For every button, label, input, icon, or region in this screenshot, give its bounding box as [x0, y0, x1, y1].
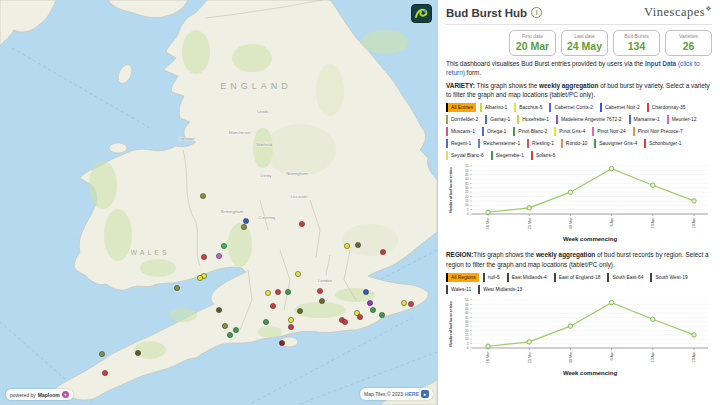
region-filter-wales-11[interactable]: Wales-11: [446, 285, 474, 294]
stat-label: Varieties: [666, 33, 711, 39]
variety-filter-regent-1[interactable]: Regent-1: [446, 139, 474, 148]
svg-text:16 Mar: 16 Mar: [486, 217, 490, 230]
variety-filter-cabernet-cortis-2[interactable]: Cabernet Cortis-2: [549, 103, 596, 112]
variety-filter-reichensteiner-1[interactable]: Reichensteiner-1: [478, 139, 523, 148]
svg-text:15: 15: [465, 199, 469, 203]
svg-text:55: 55: [465, 164, 469, 168]
variety-filter-siegerrebe-1[interactable]: Siegerrebe-1: [491, 151, 527, 160]
variety-filter-huxelrebe-1[interactable]: Huxelrebe-1: [517, 115, 552, 124]
map-attribution-maploom[interactable]: powered by Maploom ♥: [6, 389, 73, 400]
map-marker[interactable]: [275, 289, 280, 294]
map-marker[interactable]: [370, 307, 375, 312]
variety-filter-madeleine-angevine-7672-2[interactable]: Madeleine Angevine 7672-2: [556, 115, 625, 124]
map-marker[interactable]: [401, 300, 406, 305]
map-marker[interactable]: [99, 351, 104, 356]
region-filter-south-east-64[interactable]: South East-64: [607, 273, 646, 282]
map-marker[interactable]: [102, 370, 107, 375]
map-marker[interactable]: [201, 254, 206, 259]
variety-chart-svg[interactable]: 051015202530354045505516 Mar23 Mar30 Mar…: [446, 162, 715, 244]
map-marker[interactable]: [270, 303, 275, 308]
vinescapes-logo-icon: ❖: [705, 5, 712, 13]
map-marker[interactable]: [299, 221, 304, 226]
svg-text:25: 25: [465, 324, 469, 328]
region-filter-east-of-england-18[interactable]: East of England-18: [554, 273, 604, 282]
map-info-button[interactable]: ▸: [421, 390, 429, 398]
svg-text:5: 5: [467, 208, 469, 212]
variety-filter-marsanne-1[interactable]: Marsanne-1: [629, 115, 663, 124]
variety-filter-all-entries[interactable]: All Entries: [446, 103, 476, 112]
variety-filter-solaris-6[interactable]: Solaris-6: [531, 151, 558, 160]
variety-filter-pinot-noir-pr-coce-7[interactable]: Pinot Noir Précoce-7: [633, 127, 686, 136]
variety-filter-sauvignier-gris-4[interactable]: Sauvignier Gris-4: [594, 139, 640, 148]
map-marker[interactable]: [265, 290, 270, 295]
maploom-brand[interactable]: Maploom: [38, 392, 60, 398]
variety-filter-dornfelder-2[interactable]: Dornfelder-2: [446, 115, 481, 124]
variety-filter-pinot-blanc-2[interactable]: Pinot Blanc-2: [513, 127, 550, 136]
map-marker[interactable]: [174, 285, 179, 290]
map-marker[interactable]: [367, 300, 372, 305]
variety-filter-seyval-blanc-6[interactable]: Seyval Blanc-6: [446, 151, 487, 160]
map-marker[interactable]: [216, 307, 221, 312]
variety-filter-ortega-1[interactable]: Ortega-1: [482, 127, 509, 136]
map-panel[interactable]: ENGLANDWALES LeedsManchesterLiverpoolShe…: [0, 0, 437, 405]
here-link[interactable]: HERE: [405, 391, 419, 397]
map-marker[interactable]: [135, 350, 140, 355]
region-filter-south-west-19[interactable]: South West-19: [650, 273, 690, 282]
map-logo-icon[interactable]: [411, 4, 432, 23]
variety-chart: 051015202530354045505516 Mar23 Mar30 Mar…: [446, 162, 712, 244]
variety-filter-gamay-1[interactable]: Gamay-1: [485, 115, 513, 124]
maploom-heart-icon: ♥: [62, 391, 69, 398]
map-marker[interactable]: [379, 312, 384, 317]
map-marker[interactable]: [263, 319, 268, 324]
variety-filter-schonburger-1[interactable]: Schonburger-1: [644, 139, 684, 148]
map-marker[interactable]: [216, 253, 221, 258]
map-marker[interactable]: [233, 327, 238, 332]
map-marker[interactable]: [319, 298, 324, 303]
map-marker[interactable]: [344, 243, 349, 248]
stat-label: Last date: [562, 33, 607, 39]
region-filter-west-midlands-13[interactable]: West Midlands-13: [478, 285, 525, 294]
map-marker[interactable]: [227, 332, 232, 337]
map-marker[interactable]: [355, 242, 360, 247]
variety-filter-chardonnay-35[interactable]: Chardonnay-35: [647, 103, 689, 112]
map-marker[interactable]: [200, 193, 205, 198]
region-filter-null-5[interactable]: null-5: [483, 273, 503, 282]
map-marker[interactable]: [285, 289, 290, 294]
variety-filter-muscaris-1[interactable]: Muscaris-1: [446, 127, 478, 136]
map-marker[interactable]: [342, 319, 347, 324]
map-marker[interactable]: [221, 243, 226, 248]
map-marker[interactable]: [288, 324, 293, 329]
map-marker[interactable]: [380, 249, 385, 254]
map-marker[interactable]: [357, 314, 362, 319]
variety-filter-rondo-10[interactable]: Rondo-10: [561, 139, 590, 148]
city-label-derby: Derby: [260, 173, 272, 178]
svg-text:Number of bud burst entries: Number of bud burst entries: [449, 167, 453, 213]
variety-filter-cabernet-noir-2[interactable]: Cabernet Noir-2: [600, 103, 643, 112]
map-marker[interactable]: [197, 275, 202, 280]
input-data-link[interactable]: Input Data: [645, 60, 676, 67]
variety-filter-albarino-1[interactable]: Albarino-1: [480, 103, 510, 112]
region-chart-svg[interactable]: 051015202530354045505516 Mar23 Mar30 Mar…: [446, 296, 715, 378]
map-marker[interactable]: [243, 218, 248, 223]
variety-filter-meunier-12[interactable]: Meunier-12: [667, 115, 700, 124]
svg-text:10: 10: [465, 204, 469, 208]
region-filter-all-regions[interactable]: All Regions: [446, 273, 479, 282]
map-marker[interactable]: [241, 224, 246, 229]
variety-filter-riesling-1[interactable]: Riesling-1: [527, 139, 557, 148]
map-marker[interactable]: [297, 308, 302, 313]
svg-text:Number of bud burst entries: Number of bud burst entries: [449, 301, 453, 347]
map-marker[interactable]: [408, 301, 413, 306]
map-marker[interactable]: [317, 288, 322, 293]
map-marker[interactable]: [288, 317, 293, 322]
variety-filter-bacchus-5[interactable]: Bacchus-5: [514, 103, 545, 112]
info-icon[interactable]: i: [531, 7, 542, 18]
region-filter-east-midlands-4[interactable]: East Midlands-4: [507, 273, 550, 282]
city-label-sheffield: Sheffield: [256, 142, 273, 147]
map-marker[interactable]: [295, 271, 300, 276]
variety-filter-pinot-gris-4[interactable]: Pinot Gris-4: [554, 127, 588, 136]
map-marker[interactable]: [222, 323, 227, 328]
map-marker[interactable]: [279, 340, 284, 345]
svg-text:16 Mar: 16 Mar: [486, 351, 490, 364]
variety-filter-pinot-noir-24[interactable]: Pinot Noir-24: [592, 127, 629, 136]
map-marker[interactable]: [363, 289, 368, 294]
